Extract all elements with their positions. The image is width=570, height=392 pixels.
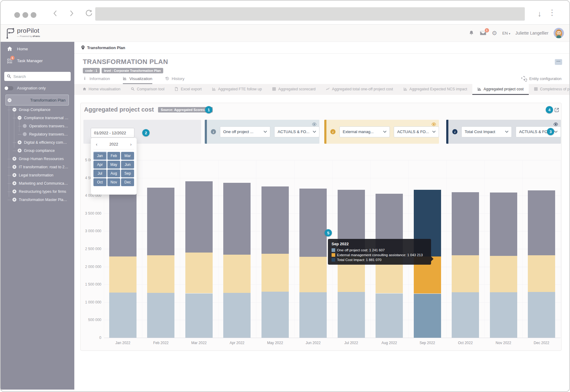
mail-icon[interactable]: 1 [480,30,487,36]
tree-item[interactable]: +Marketing and Communicati... [5,179,69,187]
bar-segment[interactable] [452,292,479,338]
subtab-aggregated-expected-ncs-impact[interactable]: Aggregated Expected NCS impact [398,84,472,95]
tree-item[interactable]: +Digital & efficiency compli... [5,138,69,146]
calendar-month-jul[interactable]: Jul [93,169,106,177]
refresh-icon[interactable] [85,10,93,18]
tree-item[interactable]: −Compliance transversal pr... [5,114,69,122]
calendar-month-sep[interactable]: Sep [121,169,134,177]
expand-plus-icon[interactable]: + [12,198,16,202]
calendar-month-dec[interactable]: Dec [121,178,134,186]
calendar-next-icon[interactable]: › [130,142,132,147]
bar-segment[interactable] [528,190,555,256]
bar-segment[interactable] [261,292,289,338]
assignation-toggle[interactable] [4,86,13,90]
tree-item[interactable]: +Legal transformation [5,171,69,179]
subtab-aggregated-total-one-off-project-cost[interactable]: Aggregated total one-off project cost [321,84,398,95]
tab-visualization[interactable]: Visualization [123,76,153,84]
back-icon[interactable] [52,10,59,17]
entity-configuration-button[interactable]: Entity configuration [521,76,562,82]
calendar-month-aug[interactable]: Aug [107,169,120,177]
language-dropdown[interactable]: EN ▾ [502,31,510,35]
bar-segment[interactable] [223,183,251,255]
calendar-month-nov[interactable]: Nov [107,178,120,186]
expand-plus-icon[interactable]: + [12,181,16,185]
subtab-comparison-tool[interactable]: Comparison tool [126,84,170,95]
calendar-prev-icon[interactable]: ‹ [96,142,97,147]
calendar-month-apr[interactable]: Apr [93,161,106,169]
search-input[interactable] [4,72,71,81]
bar-segment[interactable] [299,189,327,257]
bar-segment[interactable] [223,293,251,338]
bar-segment[interactable] [223,255,251,293]
expand-plus-icon[interactable]: + [12,173,16,177]
breadcrumb-label[interactable]: Transformation Plan [87,45,125,50]
bar-segment[interactable] [490,256,517,292]
expand-plus-icon[interactable]: + [18,149,22,152]
bar-segment[interactable] [490,193,517,256]
bar-segment[interactable] [109,293,137,338]
tree-item[interactable]: +Restructuring types for firms [5,187,69,196]
bar-segment[interactable] [109,256,137,293]
expand-plus-icon[interactable]: + [12,189,16,193]
bar-segment[interactable] [147,255,174,293]
expand-plus-icon[interactable]: + [18,140,22,144]
user-name[interactable]: Juliette Langellier [515,31,548,35]
collapse-minus-icon[interactable]: − [12,108,16,112]
tree-item[interactable]: +Transformation Master Plan -... [5,196,69,204]
calendar-month-oct[interactable]: Oct [93,178,106,186]
bar-segment[interactable] [376,293,403,338]
bar-segment[interactable] [299,257,327,292]
calendar-month-may[interactable]: May [107,161,120,169]
calendar-month-mar[interactable]: Mar [121,152,134,160]
leaf-node-icon[interactable] [23,132,27,136]
expand-plus-icon[interactable]: + [12,165,16,169]
subtab-aggregated-project-cost[interactable]: Aggregated project cost [472,84,529,95]
propilot-logo[interactable]: proPilot — Powered by dFakto [5,27,40,39]
tree-item[interactable]: +Group Human Ressources [5,155,69,163]
download-icon[interactable]: ↓ [538,10,541,18]
bar-segment[interactable] [452,255,479,292]
tree-item[interactable]: −Transformation Plan [5,95,69,106]
collapse-minus-icon[interactable]: − [18,116,22,120]
bell-icon[interactable] [468,30,474,36]
subtab-excel-export[interactable]: Excel export [170,84,207,95]
more-button[interactable]: ··· [555,59,562,65]
tab-history[interactable]: History [165,76,184,84]
bar-segment[interactable] [261,254,289,291]
calendar-month-jan[interactable]: Jan [93,152,106,160]
tab-information[interactable]: Information [83,76,110,84]
forward-icon[interactable] [68,10,75,17]
subtab-aggregated-fte-follow-up[interactable]: Aggregated FTE follow up [207,84,267,95]
bar-segment[interactable] [185,293,213,338]
bar-segment[interactable] [185,181,213,252]
bar-segment[interactable] [490,292,517,338]
bar-segment[interactable] [414,294,441,338]
bar-segment[interactable] [299,292,327,338]
bar-segment[interactable] [528,292,555,338]
tree-item[interactable]: +Group compliance [5,146,69,155]
subtab-aggregated-scorecard[interactable]: Aggregated scorecard [267,84,321,95]
bar-segment[interactable] [528,255,555,292]
bar-segment[interactable] [147,188,174,255]
bar-segment[interactable] [452,192,479,256]
subtab-home-visualisation[interactable]: Home visualisation [77,84,126,95]
bar-segment[interactable] [338,292,365,338]
sidebar-item-home[interactable]: Home [1,42,74,56]
calendar-month-jun[interactable]: Jun [121,161,134,169]
bar-segment[interactable] [261,186,289,254]
tree-item[interactable]: +IT transformation: road to 20... [5,163,69,171]
tree-item[interactable]: Operations transversal ... [5,122,69,130]
sidebar-item-task-manager[interactable]: 1 Task Manager [1,56,74,68]
address-bar[interactable] [95,7,525,21]
leaf-node-icon[interactable] [23,124,27,128]
expand-plus-icon[interactable]: + [12,157,16,161]
tree-item[interactable]: Regulatory transversal ... [5,130,69,138]
bar-segment[interactable] [147,293,174,338]
collapse-minus-icon[interactable]: − [8,98,12,102]
bar-segment[interactable] [185,253,213,293]
tree-item[interactable]: −Group Compliance [5,106,69,114]
calendar-month-feb[interactable]: Feb [107,152,120,160]
subtab-completness-of-projects[interactable]: Completness of projects [529,84,570,95]
gear-icon[interactable]: ⚙ [492,30,497,36]
kebab-menu-icon[interactable]: ⋮ [548,8,556,16]
